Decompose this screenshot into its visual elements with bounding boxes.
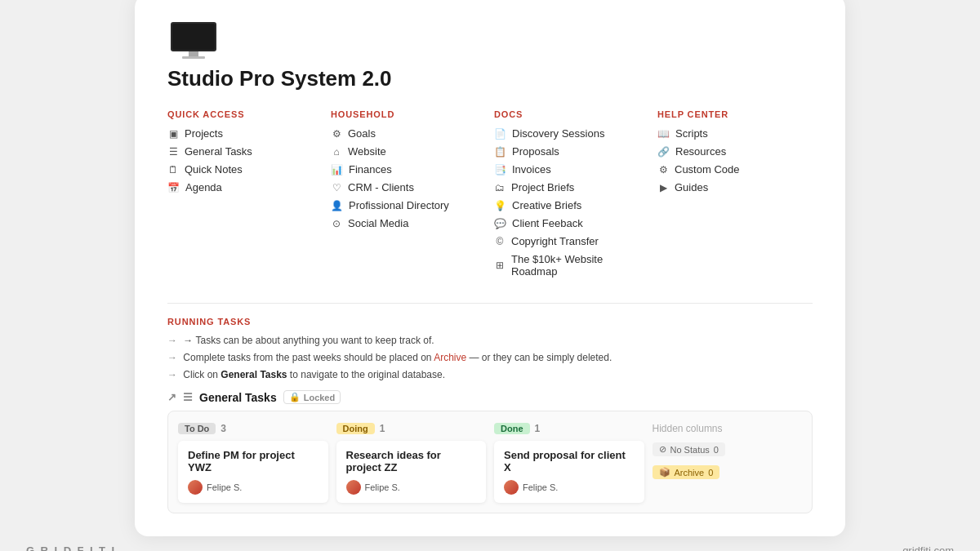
page-outer: Studio Pro System 2.0 QUICK ACCESS ▣ Pro… [0, 0, 980, 551]
svg-rect-3 [182, 56, 205, 59]
nav-item-custom-code[interactable]: ⚙ Custom Code [657, 163, 813, 176]
list-icon: ☰ [183, 391, 193, 403]
agenda-icon: 📅 [167, 182, 180, 193]
hidden-badge-no-status: ⊘ No Status 0 [653, 441, 803, 460]
kanban-card-2[interactable]: Send proposal for client X Felipe S. [494, 441, 644, 503]
nav-item-crm[interactable]: ♡ CRM - Clients [331, 181, 486, 193]
nav-item-quick-notes[interactable]: 🗒 Quick Notes [167, 163, 323, 176]
social-media-icon: ⊙ [331, 218, 342, 229]
locked-badge: 🔒 Locked [283, 390, 341, 404]
resources-icon: 🔗 [657, 146, 670, 158]
goals-icon: ⚙ [331, 128, 342, 140]
nav-item-invoices[interactable]: 📑 Invoices [494, 163, 649, 176]
card-avatar-0: Felipe S. [188, 480, 318, 495]
tasks-db-title: General Tasks [199, 391, 277, 404]
hidden-columns-label: Hidden columns [653, 423, 803, 434]
nav-item-general-tasks[interactable]: ☰ General Tasks [167, 145, 323, 158]
archive-badge-icon: 📦 [659, 467, 670, 478]
page-title: Studio Pro System 2.0 [167, 66, 813, 91]
lock-icon: 🔒 [289, 392, 301, 402]
running-desc-1: → → Tasks can be about anything you want… [167, 333, 813, 348]
kanban-card-1[interactable]: Research ideas for project ZZ Felipe S. [336, 441, 487, 503]
general-tasks-bold: General Tasks [220, 369, 287, 380]
done-badge: Done [494, 423, 530, 434]
footer: G R I D F I T I gridfiti.com [0, 536, 980, 551]
nav-item-directory[interactable]: 👤 Profissional Directory [331, 199, 486, 211]
kanban-col-doing: Doing 1 Research ideas for project ZZ Fe… [336, 423, 487, 503]
card-title-1: Research ideas for project ZZ [346, 449, 477, 473]
custom-code-icon: ⚙ [657, 164, 669, 176]
quick-notes-icon: 🗒 [167, 164, 179, 176]
external-link-icon: ↗ [167, 391, 176, 403]
nav-item-scripts[interactable]: 📖 Scripts [657, 127, 813, 140]
done-header: Done 1 [494, 423, 644, 434]
doing-count: 1 [380, 423, 385, 434]
footer-brand-left: G R I D F I T I [26, 544, 116, 551]
card-title-2: Send proposal for client X [504, 449, 635, 473]
directory-icon: 👤 [331, 200, 343, 211]
todo-badge: To Do [178, 423, 216, 434]
kanban-col-done: Done 1 Send proposal for client X Felipe… [494, 423, 644, 503]
household-section: HOUSEHOLD ⚙ Goals ⌂ Website 📊 Finances ♡… [331, 109, 486, 283]
proposals-icon: 📋 [494, 146, 506, 158]
finances-icon: 📊 [331, 164, 343, 176]
kanban-card-0[interactable]: Define PM for project YWZ Felipe S. [178, 441, 328, 503]
tasks-db-header: ↗ ☰ General Tasks 🔒 Locked [167, 390, 813, 404]
help-center-section: HELP CENTER 📖 Scripts 🔗 Resources ⚙ Cust… [657, 109, 813, 283]
todo-header: To Do 3 [178, 423, 328, 434]
avatar-dot-0 [188, 480, 203, 495]
docs-title: DOCS [494, 109, 649, 119]
doing-header: Doing 1 [336, 423, 487, 434]
done-count: 1 [535, 423, 541, 434]
website-icon: ⌂ [331, 146, 342, 158]
guides-icon: ▶ [657, 182, 669, 193]
nav-item-social-media[interactable]: ⊙ Social Media [331, 217, 486, 229]
arrow-3: → [167, 369, 177, 380]
nav-item-copyright[interactable]: © Copyright Transfer [494, 235, 649, 247]
nav-item-agenda[interactable]: 📅 Agenda [167, 181, 323, 193]
nav-item-discovery[interactable]: 📄 Discovery Sessions [494, 127, 649, 140]
running-tasks-title: RUNNING TASKS [167, 317, 813, 327]
hidden-columns: Hidden columns ⊘ No Status 0 📦 [653, 423, 803, 503]
nav-item-proposals[interactable]: 📋 Proposals [494, 145, 649, 158]
avatar-dot-1 [346, 480, 361, 495]
running-desc-3: → Click on General Tasks to navigate to … [167, 367, 813, 382]
help-center-title: HELP CENTER [657, 109, 813, 119]
discovery-icon: 📄 [494, 128, 506, 140]
todo-count: 3 [220, 423, 226, 434]
hidden-badge-archive: 📦 Archive 0 [653, 464, 803, 483]
svg-rect-1 [172, 24, 215, 50]
nav-item-website[interactable]: ⌂ Website [331, 145, 486, 158]
nav-item-client-feedback[interactable]: 💬 Client Feeback [494, 217, 649, 229]
no-status-icon: ⊘ [659, 444, 666, 455]
nav-item-roadmap[interactable]: ⊞ The $10k+ Website Roadmap [494, 253, 649, 278]
main-card: Studio Pro System 2.0 QUICK ACCESS ▣ Pro… [135, 0, 845, 536]
roadmap-icon: ⊞ [494, 260, 506, 271]
nav-item-guides[interactable]: ▶ Guides [657, 181, 813, 193]
running-desc-2: → Complete tasks from the past weeks sho… [167, 350, 813, 365]
projects-icon: ▣ [167, 128, 179, 140]
docs-section: DOCS 📄 Discovery Sessions 📋 Proposals 📑 … [494, 109, 649, 283]
avatar-dot-2 [504, 480, 519, 495]
doing-badge: Doing [336, 423, 375, 434]
kanban-board: To Do 3 Define PM for project YWZ Felipe… [167, 411, 813, 513]
archive-link[interactable]: Archive [434, 352, 466, 363]
arrow-1: → [167, 335, 177, 346]
project-briefs-icon: 🗂 [494, 182, 506, 193]
crm-icon: ♡ [331, 182, 342, 193]
running-tasks-section: RUNNING TASKS → → Tasks can be about any… [167, 317, 813, 513]
nav-item-project-briefs[interactable]: 🗂 Project Briefs [494, 181, 649, 193]
creative-briefs-icon: 💡 [494, 200, 506, 211]
quick-access-section: QUICK ACCESS ▣ Projects ☰ General Tasks … [167, 109, 323, 283]
copyright-icon: © [494, 236, 506, 247]
svg-rect-2 [189, 51, 198, 56]
scripts-icon: 📖 [657, 128, 670, 140]
nav-item-goals[interactable]: ⚙ Goals [331, 127, 486, 140]
footer-brand-right: gridfiti.com [902, 544, 954, 551]
nav-item-finances[interactable]: 📊 Finances [331, 163, 486, 176]
nav-item-projects[interactable]: ▣ Projects [167, 127, 323, 140]
card-avatar-2: Felipe S. [504, 480, 635, 495]
nav-item-creative-briefs[interactable]: 💡 Creative Briefs [494, 199, 649, 211]
card-avatar-1: Felipe S. [346, 480, 477, 495]
nav-item-resources[interactable]: 🔗 Resources [657, 145, 813, 158]
